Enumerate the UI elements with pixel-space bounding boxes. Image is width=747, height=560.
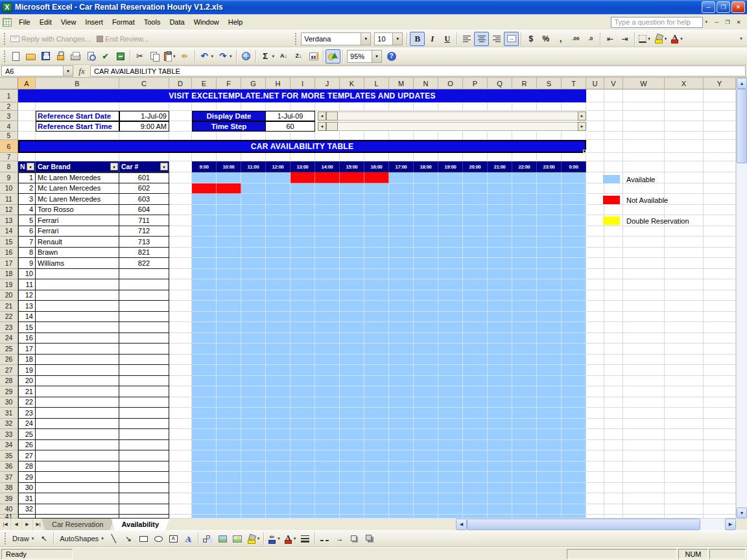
- available-cell[interactable]: [389, 183, 414, 194]
- available-cell[interactable]: [364, 205, 389, 216]
- available-cell[interactable]: [192, 483, 217, 494]
- available-cell[interactable]: [488, 226, 512, 237]
- available-cell[interactable]: [217, 248, 241, 259]
- column-header-S[interactable]: S: [537, 78, 562, 89]
- legend-swatch-available[interactable]: [603, 175, 620, 183]
- cell[interactable]: [169, 111, 192, 121]
- sort-descending-button[interactable]: Z↓: [291, 49, 306, 64]
- available-cell[interactable]: [389, 290, 414, 301]
- available-cell[interactable]: [290, 290, 315, 301]
- available-cell[interactable]: [290, 440, 315, 451]
- available-cell[interactable]: [537, 397, 562, 408]
- cell[interactable]: [704, 450, 736, 461]
- available-cell[interactable]: [217, 472, 241, 483]
- available-cell[interactable]: [340, 376, 364, 387]
- available-cell[interactable]: [488, 461, 512, 472]
- row-header-26[interactable]: 26: [0, 355, 18, 366]
- cell[interactable]: [604, 279, 623, 290]
- cell[interactable]: [623, 493, 665, 504]
- car-brand-cell[interactable]: [36, 493, 119, 504]
- cell[interactable]: [604, 248, 623, 259]
- available-cell[interactable]: [241, 290, 266, 301]
- available-cell[interactable]: [340, 365, 364, 376]
- available-cell[interactable]: [414, 483, 438, 494]
- cell[interactable]: [438, 153, 463, 161]
- available-cell[interactable]: [266, 386, 290, 397]
- cell[interactable]: [604, 440, 623, 451]
- cell[interactable]: [623, 386, 665, 397]
- redo-button[interactable]: ↷▾: [215, 49, 234, 64]
- available-cell[interactable]: [217, 365, 241, 376]
- available-cell[interactable]: [488, 172, 512, 183]
- help-button[interactable]: ?: [384, 49, 399, 64]
- available-cell[interactable]: [340, 312, 364, 323]
- available-cell[interactable]: [266, 248, 290, 259]
- cell[interactable]: [604, 386, 623, 397]
- cell[interactable]: [665, 183, 704, 194]
- available-cell[interactable]: [537, 483, 562, 494]
- available-cell[interactable]: [217, 194, 241, 205]
- available-cell[interactable]: [414, 258, 438, 269]
- autoshapes-menu-button[interactable]: AutoShapes ▾: [56, 531, 105, 546]
- cell[interactable]: [169, 322, 192, 333]
- available-cell[interactable]: [438, 493, 463, 504]
- oval-button[interactable]: [151, 531, 166, 546]
- available-cell[interactable]: [562, 215, 586, 226]
- line-color-button[interactable]: ✏▾: [266, 531, 282, 546]
- car-n-cell[interactable]: 9: [18, 258, 36, 269]
- cell[interactable]: [463, 132, 488, 140]
- horizontal-scrollbar[interactable]: ◀ ▶: [456, 519, 736, 530]
- cell[interactable]: [623, 344, 665, 355]
- available-cell[interactable]: [364, 312, 389, 323]
- cell[interactable]: [665, 301, 704, 312]
- cell[interactable]: [704, 269, 736, 280]
- vertical-scrollbar[interactable]: ▲ ▼: [736, 78, 747, 519]
- available-cell[interactable]: [512, 493, 537, 504]
- available-cell[interactable]: [389, 194, 414, 205]
- available-cell[interactable]: [463, 461, 488, 472]
- time-header-21-00[interactable]: 21:00: [488, 161, 512, 172]
- available-cell[interactable]: [364, 450, 389, 461]
- available-cell[interactable]: [266, 183, 290, 194]
- cell[interactable]: [665, 312, 704, 323]
- car-brand-cell[interactable]: [36, 483, 119, 494]
- reference-start-time-label[interactable]: Reference Start Time: [36, 121, 119, 132]
- menu-file[interactable]: File: [14, 16, 35, 29]
- available-cell[interactable]: [192, 290, 217, 301]
- cell[interactable]: [665, 333, 704, 344]
- available-cell[interactable]: [290, 408, 315, 419]
- display-date-scrollbar[interactable]: ◄►: [315, 111, 586, 121]
- cell[interactable]: [463, 153, 488, 161]
- cell[interactable]: [665, 504, 704, 515]
- available-cell[interactable]: [512, 301, 537, 312]
- cell[interactable]: [586, 461, 604, 472]
- available-cell[interactable]: [217, 344, 241, 355]
- cell[interactable]: [604, 161, 623, 172]
- cell[interactable]: [623, 408, 665, 419]
- column-header-A[interactable]: A: [18, 78, 36, 89]
- cell[interactable]: [604, 111, 623, 121]
- available-cell[interactable]: [364, 376, 389, 387]
- row-header-24[interactable]: 24: [0, 333, 18, 344]
- available-cell[interactable]: [389, 279, 414, 290]
- time-header-9-00[interactable]: 9:00: [192, 161, 217, 172]
- available-cell[interactable]: [217, 429, 241, 440]
- available-cell[interactable]: [537, 205, 562, 216]
- cell[interactable]: [586, 472, 604, 483]
- cell[interactable]: [704, 333, 736, 344]
- select-all-corner[interactable]: [0, 78, 18, 89]
- available-cell[interactable]: [217, 397, 241, 408]
- car-number-cell[interactable]: [119, 344, 169, 355]
- car-brand-cell[interactable]: Williams: [36, 258, 119, 269]
- available-cell[interactable]: [488, 515, 512, 519]
- available-cell[interactable]: [463, 408, 488, 419]
- available-cell[interactable]: [315, 397, 340, 408]
- cell[interactable]: [169, 290, 192, 301]
- available-cell[interactable]: [414, 504, 438, 515]
- cell[interactable]: [665, 258, 704, 269]
- available-cell[interactable]: [562, 194, 586, 205]
- available-cell[interactable]: [340, 279, 364, 290]
- cell[interactable]: [512, 153, 537, 161]
- available-cell[interactable]: [537, 183, 562, 194]
- time-step-spin-right-icon[interactable]: ►: [578, 122, 586, 131]
